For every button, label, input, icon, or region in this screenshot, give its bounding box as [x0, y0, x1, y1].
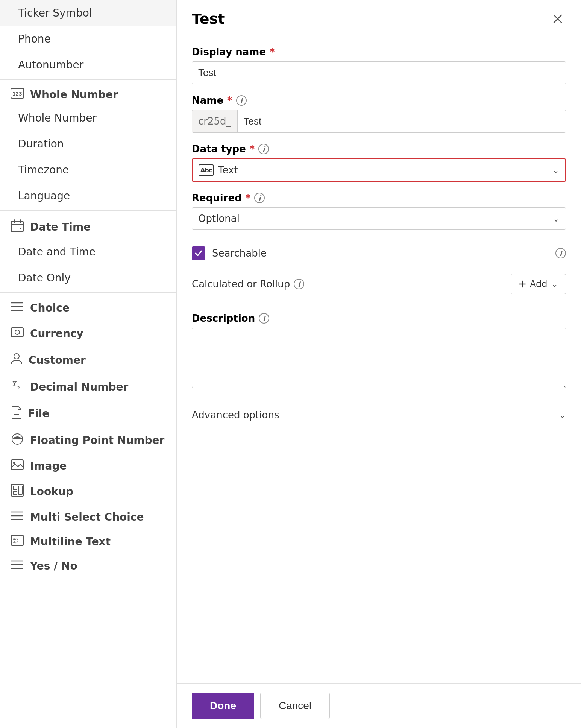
- divider: [0, 79, 176, 80]
- checkmark-icon: [194, 249, 203, 257]
- list-item-whole-number[interactable]: Whole Number: [0, 105, 176, 131]
- list-item-autonumber[interactable]: Autonumber: [0, 52, 176, 78]
- section-decimal[interactable]: X 2 Decimal Number: [0, 372, 176, 399]
- svg-point-6: [20, 228, 21, 229]
- calc-label: Calculated or Rollup i: [192, 278, 304, 290]
- panel-header: Test: [177, 0, 581, 35]
- add-label: Add: [530, 279, 547, 289]
- description-info-icon[interactable]: i: [259, 313, 269, 324]
- cancel-button[interactable]: Cancel: [260, 693, 330, 719]
- close-button[interactable]: [549, 11, 566, 27]
- svg-rect-22: [13, 491, 17, 494]
- multiselect-icon: [11, 510, 24, 524]
- panel-footer: Done Cancel: [177, 683, 581, 728]
- display-name-label: Display name *: [192, 46, 566, 58]
- plus-icon: [519, 280, 526, 288]
- done-button[interactable]: Done: [192, 693, 254, 719]
- customer-icon: [11, 352, 23, 368]
- name-input-row: cr25d_: [192, 110, 566, 133]
- panel-title: Test: [192, 11, 225, 27]
- section-choice[interactable]: Choice: [0, 294, 176, 319]
- section-float[interactable]: Floating Point Number: [0, 426, 176, 452]
- right-panel: Test Display name * Name * i cr25d: [177, 0, 581, 728]
- name-group: Name * i cr25d_: [192, 95, 566, 133]
- searchable-checkbox[interactable]: [192, 246, 205, 260]
- section-customer[interactable]: Customer: [0, 345, 176, 372]
- name-input[interactable]: [238, 110, 566, 132]
- multiline-icon: Abc def: [11, 535, 24, 549]
- searchable-info-icon[interactable]: i: [555, 248, 566, 258]
- datatype-info-icon[interactable]: i: [258, 144, 269, 154]
- add-button[interactable]: Add ⌄: [511, 274, 566, 294]
- text-type-icon: Abc: [199, 164, 214, 176]
- svg-rect-2: [11, 221, 23, 232]
- required-star-name: *: [227, 95, 232, 106]
- required-label: Required * i: [192, 192, 566, 204]
- section-yesno[interactable]: Yes / No: [0, 552, 176, 577]
- chevron-down-icon-add: ⌄: [551, 280, 558, 289]
- svg-rect-10: [11, 328, 23, 337]
- description-label: Description i: [192, 313, 566, 324]
- data-type-dropdown[interactable]: Abc Text ⌄: [192, 158, 566, 182]
- choice-icon: [11, 301, 24, 315]
- svg-text:Abc: Abc: [13, 537, 18, 540]
- whole-number-icon: 123: [11, 88, 24, 101]
- list-item-timezone[interactable]: Timezone: [0, 157, 176, 183]
- section-whole-number: 123 Whole Number: [0, 81, 176, 105]
- list-item-duration[interactable]: Duration: [0, 131, 176, 157]
- list-item-date-and-time[interactable]: Date and Time: [0, 239, 176, 265]
- calc-rollup-row: Calculated or Rollup i Add ⌄: [192, 266, 566, 302]
- name-prefix: cr25d_: [192, 110, 238, 132]
- panel-body: Display name * Name * i cr25d_ Data type…: [177, 35, 581, 683]
- section-multiselect[interactable]: Multi Select Choice: [0, 503, 176, 528]
- svg-text:X: X: [12, 380, 17, 388]
- data-type-group: Data type * i Abc Text ⌄: [192, 143, 566, 182]
- svg-rect-21: [13, 486, 17, 490]
- image-icon: [11, 459, 24, 473]
- section-file[interactable]: File: [0, 399, 176, 426]
- yesno-icon: [11, 559, 24, 573]
- description-textarea[interactable]: [192, 328, 566, 388]
- svg-text:def: def: [13, 541, 18, 544]
- description-group: Description i: [192, 313, 566, 389]
- required-star-datatype: *: [250, 143, 255, 155]
- searchable-row: Searchable i: [192, 240, 566, 266]
- left-panel: Ticker Symbol Phone Autonumber 123 Whole…: [0, 0, 177, 728]
- decimal-icon: X 2: [11, 379, 24, 395]
- list-item-language[interactable]: Language: [0, 183, 176, 209]
- section-lookup[interactable]: Lookup: [0, 477, 176, 503]
- lookup-icon: [11, 483, 24, 500]
- chevron-down-icon: ⌄: [552, 166, 559, 175]
- svg-point-11: [15, 330, 20, 334]
- float-icon: [11, 432, 24, 448]
- svg-rect-18: [11, 460, 23, 470]
- list-item-phone[interactable]: Phone: [0, 26, 176, 52]
- svg-point-12: [14, 354, 19, 359]
- advanced-options-row[interactable]: Advanced options ⌄: [192, 400, 566, 430]
- searchable-label: Searchable: [212, 248, 549, 259]
- required-info-icon[interactable]: i: [254, 193, 265, 203]
- svg-text:123: 123: [12, 91, 22, 97]
- calc-info-icon[interactable]: i: [294, 279, 304, 289]
- display-name-input[interactable]: [192, 61, 566, 84]
- name-info-icon[interactable]: i: [236, 95, 247, 106]
- divider: [0, 210, 176, 211]
- svg-text:2: 2: [17, 385, 20, 391]
- required-group: Required * i Optional ⌄: [192, 192, 566, 230]
- required-dropdown[interactable]: Optional ⌄: [192, 207, 566, 230]
- data-type-dropdown-inner: Abc Text: [199, 164, 238, 176]
- datetime-icon: [11, 219, 24, 235]
- list-item-ticker-symbol[interactable]: Ticker Symbol: [0, 0, 176, 26]
- section-currency[interactable]: Currency: [0, 319, 176, 345]
- display-name-group: Display name *: [192, 46, 566, 84]
- chevron-down-icon-req: ⌄: [553, 214, 560, 223]
- divider: [0, 292, 176, 293]
- required-star: *: [270, 46, 275, 58]
- section-multiline[interactable]: Abc def Multiline Text: [0, 528, 176, 552]
- svg-rect-23: [18, 486, 22, 494]
- section-image[interactable]: Image: [0, 452, 176, 477]
- required-star-req: *: [246, 192, 251, 204]
- list-item-date-only[interactable]: Date Only: [0, 265, 176, 291]
- section-date-time: Date Time: [0, 212, 176, 239]
- svg-point-19: [13, 462, 15, 464]
